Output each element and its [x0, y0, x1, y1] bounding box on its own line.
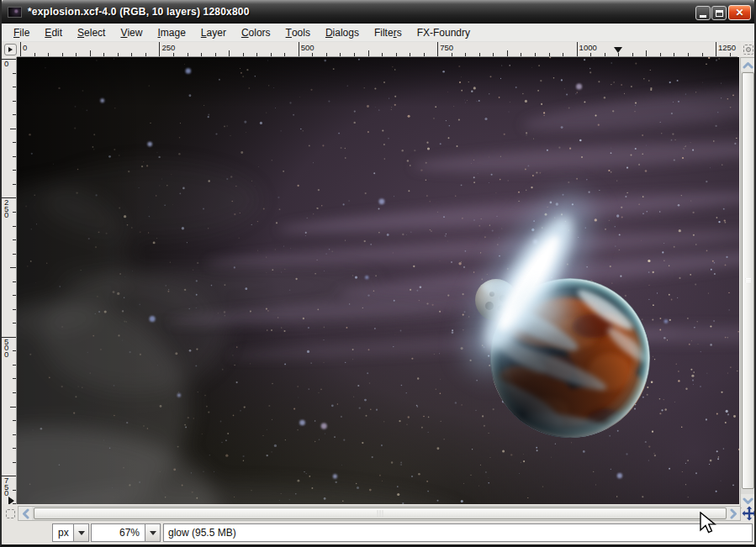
ruler-tick	[13, 184, 16, 185]
ruler-tick	[13, 114, 16, 115]
zoom-dropdown-button[interactable]	[145, 523, 161, 542]
scroll-right-button[interactable]	[727, 507, 740, 520]
scroll-left-button[interactable]	[19, 507, 32, 520]
ruler-label: 250	[161, 43, 175, 52]
ruler-tick	[256, 53, 257, 56]
unit-value[interactable]: px	[52, 523, 73, 542]
ruler-tick	[13, 490, 16, 491]
ruler-tick	[48, 53, 49, 56]
menu-item-image[interactable]: Image	[150, 24, 193, 41]
menu-item-layer[interactable]: Layer	[193, 24, 234, 41]
ruler-tick	[410, 53, 410, 56]
ruler-tick	[131, 53, 132, 56]
vertical-scrollbar-thumb[interactable]	[742, 72, 754, 489]
ruler-tick	[13, 156, 16, 157]
vertical-ruler[interactable]: 0250500750	[2, 57, 17, 504]
horizontal-ruler[interactable]: 025050075010001250	[17, 42, 737, 57]
unit-dropdown-button[interactable]	[73, 523, 89, 542]
ruler-tick	[34, 53, 35, 56]
ruler-tick	[521, 53, 521, 56]
menu-item-tools[interactable]: Tools	[278, 24, 318, 41]
ruler-tick	[493, 53, 494, 56]
navigation-button[interactable]	[742, 506, 756, 521]
ruler-tick	[13, 101, 16, 102]
menu-item-fx-foundry[interactable]: FX-Foundry	[410, 24, 478, 41]
ruler-label: 250	[4, 199, 8, 218]
ruler-tick	[563, 53, 563, 56]
pointer-position-marker	[614, 47, 622, 53]
close-button[interactable]: ✕	[728, 5, 751, 20]
ruler-tick	[660, 53, 661, 56]
quick-mask-toggle[interactable]	[3, 507, 17, 520]
ruler-tick	[368, 50, 369, 56]
ruler-tick	[549, 53, 550, 56]
unit-combobox[interactable]: px	[52, 523, 89, 542]
menu-item-colors[interactable]: Colors	[234, 24, 278, 41]
ruler-tick	[13, 392, 16, 393]
ruler-tick	[674, 53, 674, 56]
zoom-combobox[interactable]: 67%	[91, 523, 161, 542]
menu-item-select[interactable]: Select	[70, 24, 113, 41]
titlebar[interactable]: *explosion.xcf-4.0 (RGB, 10 layers) 1280…	[2, 0, 754, 24]
ruler-tick	[229, 50, 230, 56]
zoom-value[interactable]: 67%	[91, 523, 145, 542]
ruler-tick	[340, 53, 341, 56]
ruler-tick	[605, 53, 605, 56]
ruler-tick	[13, 239, 16, 240]
ruler-tick	[354, 53, 355, 56]
vertical-scrollbar[interactable]	[740, 57, 756, 508]
ruler-label: 500	[301, 43, 315, 52]
menu-item-view[interactable]: View	[113, 24, 150, 41]
ruler-tick	[13, 73, 16, 74]
ruler-tick	[13, 434, 16, 435]
gimp-image-window: *explosion.xcf-4.0 (RGB, 10 layers) 1280…	[0, 0, 756, 547]
ruler-tick	[479, 53, 480, 56]
menu-item-filters[interactable]: Filters	[367, 24, 410, 41]
ruler-tick	[716, 42, 716, 56]
ruler-tick	[13, 365, 16, 366]
ruler-tick	[437, 42, 438, 56]
image-menu-button[interactable]	[4, 44, 17, 55]
ruler-tick	[76, 53, 77, 56]
ruler-tick	[243, 53, 244, 56]
horizontal-scrollbar-thumb[interactable]	[34, 508, 727, 519]
ruler-tick	[145, 53, 146, 56]
menu-item-file[interactable]: File	[6, 24, 37, 41]
ruler-tick	[730, 53, 731, 56]
zoom-follow-window-button[interactable]	[741, 42, 756, 56]
dashed-selection-icon	[743, 45, 753, 55]
ruler-tick	[618, 53, 619, 56]
menu-item-edit[interactable]: Edit	[37, 24, 70, 41]
ruler-label: 750	[440, 43, 453, 52]
image-canvas[interactable]	[17, 57, 739, 504]
ruler-tick	[271, 53, 272, 56]
ruler-label: 0	[23, 43, 27, 52]
menu-item-dialogs[interactable]: Dialogs	[318, 24, 367, 41]
ruler-tick	[20, 42, 21, 56]
ruler-tick	[13, 226, 16, 227]
ruler-tick	[632, 53, 633, 56]
ruler-tick	[159, 42, 160, 56]
ruler-tick	[201, 53, 202, 56]
dropdown-arrow-icon	[150, 531, 156, 535]
ruler-label: 0	[4, 60, 8, 67]
ruler-tick	[577, 42, 578, 56]
ruler-tick	[424, 53, 425, 56]
minimize-button[interactable]	[695, 6, 711, 20]
statusbar: px 67% glow (95.5 MB)	[2, 521, 754, 544]
ruler-tick	[326, 53, 327, 56]
horizontal-scrollbar[interactable]	[18, 506, 741, 521]
ruler-tick	[13, 281, 16, 282]
space-artwork	[17, 57, 739, 504]
status-message: glow (95.5 MB)	[163, 523, 753, 542]
maximize-button[interactable]	[711, 6, 727, 20]
ruler-label: 1000	[579, 43, 597, 52]
ruler-tick	[13, 350, 16, 351]
ruler-tick	[13, 462, 16, 463]
ruler-label: 750	[4, 477, 8, 497]
scroll-up-button[interactable]	[741, 58, 755, 71]
ruler-tick	[13, 87, 16, 87]
ruler-tick	[702, 53, 703, 56]
ruler-tick	[10, 129, 16, 129]
navigation-cross-icon	[742, 506, 756, 521]
